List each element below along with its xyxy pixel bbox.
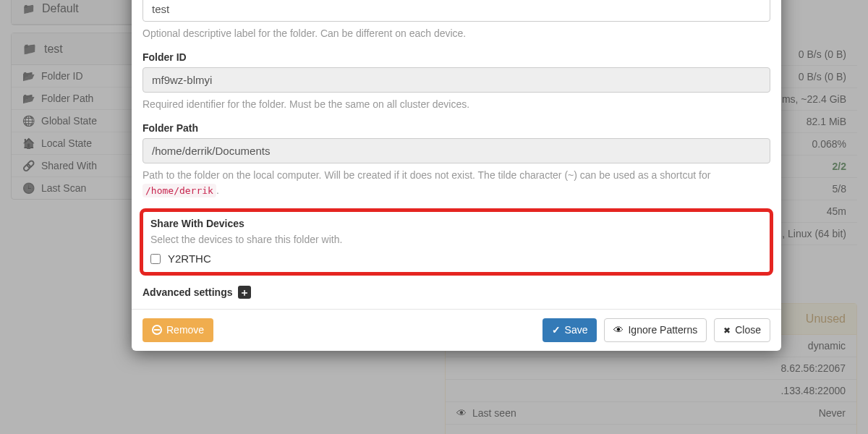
folder-id-help: Required identifier for the folder. Must… <box>142 97 770 112</box>
save-button-label: Save <box>565 324 588 336</box>
folder-id-input[interactable] <box>142 67 770 93</box>
share-device-row[interactable]: Y2RTHC <box>150 252 762 265</box>
advanced-settings-toggle[interactable]: Advanced settings ＋ <box>142 286 770 299</box>
remove-button-label: Remove <box>166 324 204 336</box>
ignore-patterns-button[interactable]: Ignore Patterns <box>604 318 707 342</box>
folder-path-help: Path to the folder on the local computer… <box>142 168 770 198</box>
plus-icon: ＋ <box>238 286 251 299</box>
folder-path-label: Folder Path <box>142 122 770 134</box>
minus-circle-icon <box>152 325 162 335</box>
advanced-settings-label: Advanced settings <box>142 286 232 298</box>
close-button[interactable]: Close <box>714 318 770 342</box>
edit-folder-modal: Optional descriptive label for the folde… <box>132 0 781 351</box>
close-icon <box>723 324 731 336</box>
folder-id-label: Folder ID <box>142 51 770 63</box>
folder-path-input[interactable] <box>142 138 770 163</box>
home-path-code: /home/derrik <box>142 184 216 197</box>
share-with-devices-highlight: Share With Devices Select the devices to… <box>140 208 773 276</box>
eye-slash-icon <box>613 324 624 336</box>
share-device-checkbox[interactable] <box>150 254 161 264</box>
close-button-label: Close <box>735 324 761 336</box>
share-with-title: Share With Devices <box>150 218 762 229</box>
check-icon <box>552 324 561 336</box>
share-device-label: Y2RTHC <box>168 252 211 265</box>
folder-label-input[interactable] <box>142 0 770 22</box>
ignore-patterns-label: Ignore Patterns <box>628 324 697 336</box>
save-button[interactable]: Save <box>542 318 597 342</box>
remove-button[interactable]: Remove <box>142 318 213 342</box>
folder-label-help: Optional descriptive label for the folde… <box>142 26 770 41</box>
share-with-help: Select the devices to share this folder … <box>150 234 762 245</box>
